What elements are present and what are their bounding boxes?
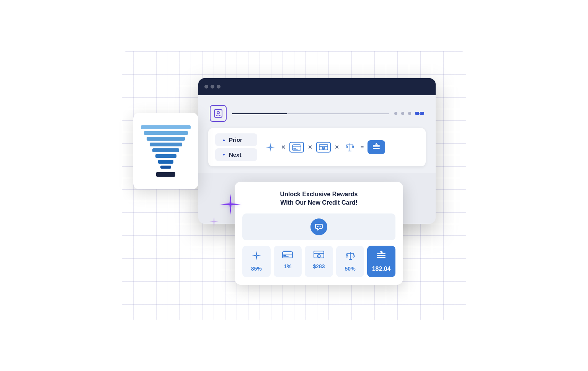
next-arrow-icon: ▼ xyxy=(222,153,226,157)
prior-label: Prior xyxy=(229,136,242,143)
metric-card-result: 182.04 xyxy=(367,246,395,277)
svg-point-28 xyxy=(318,255,319,256)
result-list-icon xyxy=(368,140,385,154)
funnel-bar-6 xyxy=(155,154,176,158)
prior-button[interactable]: ▲ Prior xyxy=(215,133,257,146)
metric-card-stack: 1% xyxy=(274,246,302,277)
metric-value-5: 182.04 xyxy=(372,266,391,273)
browser-content: 5 ▲ Prior ▼ Next xyxy=(198,95,436,173)
funnel-bar-1 xyxy=(141,125,191,129)
metric-card-scale: 50% xyxy=(336,246,364,277)
metric-value-4: 50% xyxy=(345,266,356,272)
progress-dot-2 xyxy=(401,112,404,115)
card-stack-eq-icon xyxy=(289,142,304,153)
metric-value-2: 1% xyxy=(284,263,291,269)
dot-1 xyxy=(204,85,208,89)
metric-scale-icon xyxy=(345,250,356,263)
svg-point-1 xyxy=(217,112,219,114)
progress-dot-1 xyxy=(394,112,397,115)
equals-icon: = xyxy=(361,144,364,150)
main-scene: 5 ▲ Prior ▼ Next xyxy=(122,51,466,320)
nav-row: ▲ Prior ▼ Next xyxy=(208,128,426,166)
browser-titlebar xyxy=(198,78,436,95)
reward-chat-area xyxy=(242,213,395,240)
prior-arrow-icon: ▲ xyxy=(222,138,226,142)
progress-dots: 5 xyxy=(394,112,424,115)
next-button[interactable]: ▼ Next xyxy=(215,148,257,161)
equation-row: ✕ ✕ xyxy=(263,140,419,154)
credit-card-eq-icon xyxy=(316,142,331,153)
progress-area: 5 xyxy=(206,102,428,128)
progress-dot-active: 5 xyxy=(415,112,424,115)
funnel-bar-3 xyxy=(147,137,185,141)
svg-point-19 xyxy=(320,226,320,227)
metric-value-1: 85% xyxy=(251,266,262,272)
metric-value-3: $283 xyxy=(313,263,325,269)
purple-sparkle-large-icon xyxy=(219,193,242,218)
multiply-3-icon: ✕ xyxy=(335,144,339,150)
funnel-bar-7 xyxy=(158,160,173,164)
metric-sparkle-icon xyxy=(251,250,262,263)
sparkle-eq-icon xyxy=(263,142,277,153)
ai-icon xyxy=(210,105,227,122)
metrics-row: 85% 1% xyxy=(242,246,395,277)
browser-dots xyxy=(204,85,220,89)
dot-2 xyxy=(211,85,214,89)
funnel-bar-8 xyxy=(160,166,171,169)
reward-card: Unlock Exclusive RewardsWith Our New Cre… xyxy=(235,182,403,285)
funnel-bar-4 xyxy=(150,143,182,146)
next-label: Next xyxy=(229,151,242,158)
scale-eq-icon xyxy=(343,142,357,153)
svg-point-17 xyxy=(317,226,318,227)
funnel-card xyxy=(133,113,198,189)
metric-list-icon xyxy=(376,250,387,263)
metric-credit-icon xyxy=(314,250,324,261)
nav-buttons: ▲ Prior ▼ Next xyxy=(215,133,257,161)
multiply-2-icon: ✕ xyxy=(308,144,312,150)
metric-stack-icon xyxy=(282,250,293,261)
multiply-1-icon: ✕ xyxy=(281,144,286,150)
purple-sparkle-small-icon xyxy=(209,217,219,229)
svg-point-18 xyxy=(318,226,319,227)
funnel-bottom xyxy=(156,172,175,177)
funnel-bar-5 xyxy=(152,148,179,152)
progress-fill xyxy=(232,113,287,114)
funnel-bar-2 xyxy=(144,131,188,135)
metric-card-credit: $283 xyxy=(305,246,333,277)
dot-3 xyxy=(217,85,220,89)
reward-title: Unlock Exclusive RewardsWith Our New Cre… xyxy=(242,190,395,207)
svg-point-10 xyxy=(323,148,324,149)
progress-dot-3 xyxy=(408,112,411,115)
chat-bubble-icon xyxy=(310,218,327,235)
metric-card-sparkle: 85% xyxy=(242,246,271,277)
progress-track xyxy=(232,113,389,114)
